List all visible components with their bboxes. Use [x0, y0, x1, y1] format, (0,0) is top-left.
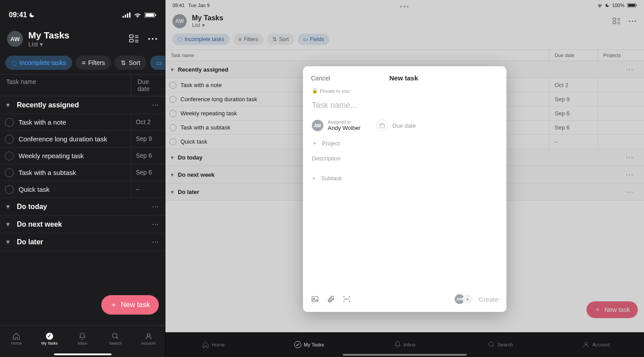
bell-icon: [78, 332, 86, 340]
chip-fields[interactable]: ▭Fields: [150, 56, 165, 70]
new-task-modal: Cancel New task 🔒 Private to you Task na…: [303, 66, 506, 312]
chip-incomplete-tasks[interactable]: ◌Incomplete tasks: [5, 56, 72, 70]
new-task-button[interactable]: ＋ New task: [101, 295, 159, 315]
image-icon[interactable]: [311, 295, 319, 303]
chip-sort[interactable]: ⇅Sort: [115, 56, 146, 70]
assignee-field[interactable]: AW Assigned to Andy Wolber: [312, 120, 360, 131]
tab-account[interactable]: Account: [132, 326, 165, 352]
task-row[interactable]: Conference long duration taskSep 9: [0, 131, 165, 148]
attachment-icon[interactable]: [327, 295, 335, 303]
add-subtask-button[interactable]: ＋ Subtask: [311, 174, 498, 288]
due-date-field[interactable]: Due date: [376, 120, 416, 131]
add-collaborator-button[interactable]: ＋: [463, 294, 472, 304]
section-header[interactable]: ▾Do later⋯: [0, 233, 165, 251]
create-button[interactable]: Create: [479, 296, 498, 303]
chevron-down-icon: ▾: [6, 238, 12, 246]
plus-icon: ＋: [110, 300, 117, 310]
cancel-button[interactable]: Cancel: [311, 75, 330, 82]
more-icon[interactable]: ⋯: [152, 101, 159, 109]
svg-point-16: [112, 333, 117, 338]
phone-status-bar: 09:41: [0, 5, 165, 25]
col-due-date: Due date: [131, 75, 165, 96]
chevron-down-icon: ▾: [40, 41, 43, 48]
task-name: Weekly repeating task: [19, 148, 131, 164]
wifi-icon: [134, 12, 141, 18]
svg-rect-0: [123, 16, 124, 18]
task-due: Oct 2: [131, 114, 165, 130]
chip-filters[interactable]: ≡Filters: [76, 56, 111, 70]
tab-my-tasks[interactable]: ✓My Tasks: [33, 326, 66, 352]
page-title: My Tasks: [28, 30, 123, 41]
status-time: 09:41: [9, 11, 27, 19]
view-switcher[interactable]: List ▾: [28, 41, 123, 48]
task-name: Task with a note: [19, 114, 131, 130]
svg-text:ABC: ABC: [344, 298, 350, 300]
section-title: Do later: [17, 238, 147, 246]
assignee-label: Assigned to: [328, 120, 360, 125]
task-row[interactable]: Task with a noteOct 2: [0, 114, 165, 131]
add-project-button[interactable]: ＋ Project: [311, 138, 498, 148]
task-due: Sep 9: [131, 131, 165, 147]
svg-rect-2: [127, 13, 128, 18]
complete-checkbox[interactable]: [0, 181, 19, 197]
col-task-name: Task name: [0, 75, 131, 96]
more-icon[interactable]: ⋯: [152, 202, 159, 211]
phone-tab-bar: Home ✓My Tasks Inbox Search Account: [0, 325, 165, 357]
collaborators[interactable]: AW ＋: [455, 294, 472, 304]
svg-rect-1: [125, 15, 126, 18]
more-icon[interactable]: [147, 34, 158, 44]
svg-point-15: [155, 38, 157, 40]
more-icon[interactable]: ⋯: [152, 220, 159, 228]
tab-home[interactable]: Home: [0, 326, 33, 352]
avatar[interactable]: AW: [7, 31, 23, 47]
tablet-screen: ••• 09:41 Tue Jan 9 100% AW My Tasks Lis…: [165, 0, 644, 357]
modal-title: New task: [330, 74, 477, 82]
section-title: Do today: [17, 203, 147, 211]
tab-inbox[interactable]: Inbox: [66, 326, 99, 352]
description-input[interactable]: Description: [311, 154, 498, 168]
task-name-input[interactable]: Task name...: [311, 100, 498, 113]
task-name: Conference long duration task: [19, 131, 131, 147]
task-name: Quick task: [19, 181, 131, 197]
home-icon: [12, 332, 20, 340]
svg-rect-5: [146, 13, 154, 17]
more-icon[interactable]: ⋯: [152, 238, 159, 246]
phone-column-header: Task name Due date: [0, 74, 165, 96]
svg-point-13: [148, 38, 150, 40]
task-row[interactable]: Weekly repeating taskSep 6: [0, 148, 165, 164]
section-header[interactable]: ▾ Recently assigned ⋯: [0, 96, 165, 114]
complete-checkbox[interactable]: [0, 114, 19, 130]
check-circle-icon: ✓: [46, 332, 54, 340]
privacy-indicator: 🔒 Private to you: [311, 88, 498, 94]
section-header[interactable]: ▾Do next week⋯: [0, 216, 165, 233]
svg-line-17: [116, 337, 118, 339]
calendar-icon: [376, 120, 388, 131]
task-due: –: [131, 181, 165, 197]
scan-text-icon[interactable]: ABC: [343, 295, 351, 303]
cellular-icon: [123, 12, 130, 18]
svg-rect-38: [312, 296, 318, 302]
complete-checkbox[interactable]: [0, 148, 19, 164]
complete-checkbox[interactable]: [0, 131, 19, 147]
complete-checkbox[interactable]: [0, 164, 19, 181]
section-header[interactable]: ▾Do today⋯: [0, 198, 165, 216]
home-indicator: [54, 353, 111, 355]
moon-icon: [29, 12, 35, 18]
task-name: Task with a subtask: [19, 164, 131, 181]
phone-header: AW My Tasks List ▾: [0, 25, 165, 53]
task-due: Sep 6: [131, 148, 165, 164]
chevron-down-icon: ▾: [6, 101, 12, 109]
lock-icon: 🔒: [312, 88, 318, 94]
battery-icon: [145, 12, 156, 18]
user-icon: [145, 332, 153, 340]
sort-icon: ⇅: [121, 59, 126, 66]
svg-point-18: [147, 334, 150, 336]
section-title: Recently assigned: [17, 101, 147, 109]
tab-search[interactable]: Search: [99, 326, 132, 352]
svg-rect-6: [155, 14, 156, 16]
task-row[interactable]: Quick task–: [0, 181, 165, 198]
svg-rect-8: [130, 39, 133, 42]
task-row[interactable]: Task with a subtaskSep 6: [0, 164, 165, 181]
list-view-icon[interactable]: [129, 34, 139, 44]
modal-overlay[interactable]: Cancel New task 🔒 Private to you Task na…: [165, 0, 644, 357]
